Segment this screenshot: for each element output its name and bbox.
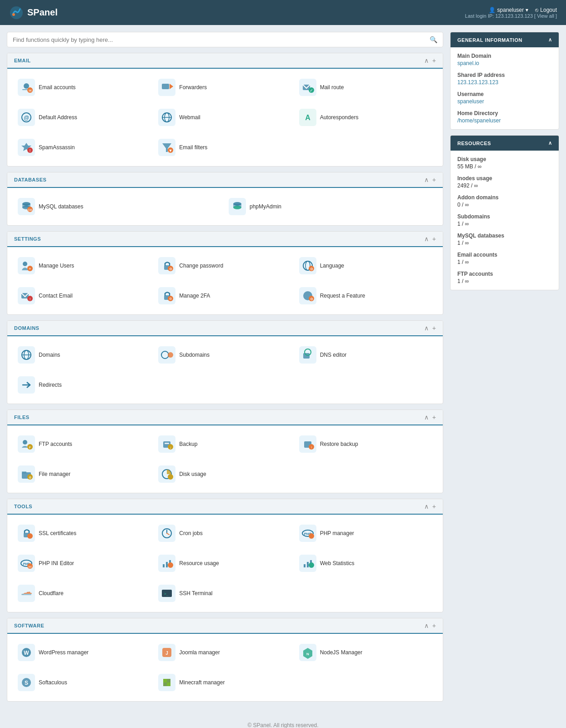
view-all-link[interactable]: [ View all ] [534,13,557,19]
files-section-title: FILES [14,415,30,420]
svg-rect-6 [162,84,169,89]
general-info-collapse-icon[interactable]: ∧ [548,37,552,43]
ssh-terminal-item[interactable]: >_ SSH Terminal [155,580,295,607]
databases-section: DATABASES ∧ + DB MySQL databases [7,172,443,226]
collapse-icon[interactable]: ∧ [424,235,429,243]
request-feature-item[interactable]: ⚙ Request a Feature [296,283,436,309]
cloudflare-item[interactable]: Cloudflare [14,580,155,607]
phpmyadmin-label: phpMyAdmin [250,203,281,210]
svg-text:!: ! [30,148,31,153]
home-dir-value: /home/spaneluser [457,117,552,124]
general-info-body: Main Domain spanel.io Shared IP address … [451,47,559,129]
mysql-databases-item[interactable]: DB MySQL databases [14,193,225,220]
software-section-body: W WordPress manager J Joomla manager N [7,634,443,701]
tools-section-title: TOOLS [14,504,32,509]
svg-text:▼: ▼ [169,148,173,153]
ftp-accounts-item[interactable]: F FTP accounts [14,431,155,457]
svg-text:W: W [24,650,29,656]
shared-ip-row: Shared IP address 123.123.123.123 [457,72,552,86]
subdomains-res-row: Subdomains 1 / ∞ [457,213,552,227]
disk-usage-item[interactable]: Disk usage [155,461,295,487]
restore-backup-item[interactable]: ↑ Restore backup [296,431,436,457]
collapse-icon[interactable]: ∧ [424,176,429,183]
user-menu[interactable]: 👤 spaneluser ▾ [489,7,529,13]
svg-point-30 [23,262,27,266]
phpmyadmin-item[interactable]: phpMyAdmin [225,193,436,220]
redirects-label: Redirects [39,382,62,388]
svg-text:↑: ↑ [311,445,312,450]
manage-2fa-item[interactable]: ⚙ Manage 2FA [155,283,295,309]
php-manager-item[interactable]: PHP PHP manager [296,520,436,546]
chevron-down-icon: ▾ [526,7,528,13]
domains-section-title: DOMAINS [14,325,39,331]
collapse-icon[interactable]: ∧ [424,622,429,629]
search-input[interactable] [13,36,430,43]
contact-email-item[interactable]: ! Contact Email [14,283,155,309]
email-filters-item[interactable]: ▼ Email filters [155,134,295,161]
svg-rect-89 [307,562,309,567]
tools-section-body: SSL certificates Cron jobs PHP PHP manag… [7,515,443,612]
collapse-icon[interactable]: ∧ [424,324,429,332]
default-address-item[interactable]: @ Default Address [14,104,155,131]
autoresponders-item[interactable]: A Autoresponders [296,104,436,131]
cron-jobs-item[interactable]: Cron jobs [155,520,295,546]
mysql-res-value: 1 / ∞ [457,240,552,246]
subdomains-item[interactable]: Subdomains [155,342,295,368]
resource-usage-item[interactable]: Resource usage [155,550,295,576]
contact-email-label: Contact Email [39,293,73,299]
home-dir-label: Home Directory [457,110,552,116]
svg-rect-60 [165,443,169,444]
files-section: FILES ∧ + F FTP accounts ↓ [7,410,443,493]
collapse-icon[interactable]: ∧ [424,414,429,421]
backup-item[interactable]: ↓ Backup [155,431,295,457]
mail-route-item[interactable]: ✓ Mail route [296,74,436,101]
add-icon[interactable]: + [432,57,436,64]
svg-point-29 [233,206,241,209]
wordpress-manager-item[interactable]: W WordPress manager [14,639,155,666]
footer: © SPanel. All rights reserved. [0,713,566,728]
add-icon[interactable]: + [432,324,436,332]
software-section: SOFTWARE ∧ + W WordPress manager J [7,618,443,702]
dns-editor-item[interactable]: DNS editor [296,342,436,368]
resources-collapse-icon[interactable]: ∧ [548,140,552,146]
php-ini-editor-item[interactable]: PHPini PHP INI Editor [14,550,155,576]
svg-rect-67 [22,471,26,473]
logout-button[interactable]: ⎋ Logout [535,7,557,13]
joomla-manager-item[interactable]: J Joomla manager [155,639,295,666]
cron-jobs-label: Cron jobs [179,530,202,536]
ssl-certificates-item[interactable]: SSL certificates [14,520,155,546]
file-manager-item[interactable]: ⚙ File manager [14,461,155,487]
domains-item[interactable]: Domains [14,342,155,368]
softaculous-label: Softaculous [39,679,67,686]
autoresponders-label: Autoresponders [320,114,359,121]
svg-text:⚙: ⚙ [169,297,172,300]
add-icon[interactable]: + [432,503,436,510]
forwarders-item[interactable]: Forwarders [155,74,295,101]
dns-editor-label: DNS editor [320,352,347,358]
change-password-item[interactable]: ⚙ Change password [155,253,295,279]
collapse-icon[interactable]: ∧ [424,503,429,510]
softaculous-item[interactable]: S Softaculous [14,669,155,696]
minecraft-manager-item[interactable]: Minecraft manager [155,669,295,696]
email-accounts-item[interactable]: ✉ Email accounts [14,74,155,101]
add-icon[interactable]: + [432,235,436,243]
collapse-icon[interactable]: ∧ [424,57,429,64]
add-icon[interactable]: + [432,622,436,629]
manage-users-item[interactable]: + Manage Users [14,253,155,279]
webmail-item[interactable]: Webmail [155,104,295,131]
nodejs-manager-item[interactable]: N NodeJS Manager [296,639,436,666]
redirects-item[interactable]: Redirects [14,372,155,398]
web-statistics-item[interactable]: Web Statistics [296,550,436,576]
inodes-label: Inodes usage [457,175,552,182]
svg-text:!: ! [30,297,30,301]
nodejs-manager-label: NodeJS Manager [320,649,362,656]
spamassassin-item[interactable]: ! SpamAssassin [14,134,155,161]
mysql-res-label: MySQL databases [457,233,552,239]
language-item[interactable]: ⚙ Language [296,253,436,279]
add-icon[interactable]: + [432,176,436,183]
add-icon[interactable]: + [432,414,436,421]
backup-label: Backup [179,441,197,447]
svg-marker-7 [170,84,173,89]
svg-rect-104 [163,679,167,682]
general-info-card: GENERAL INFORMATION ∧ Main Domain spanel… [450,32,559,130]
